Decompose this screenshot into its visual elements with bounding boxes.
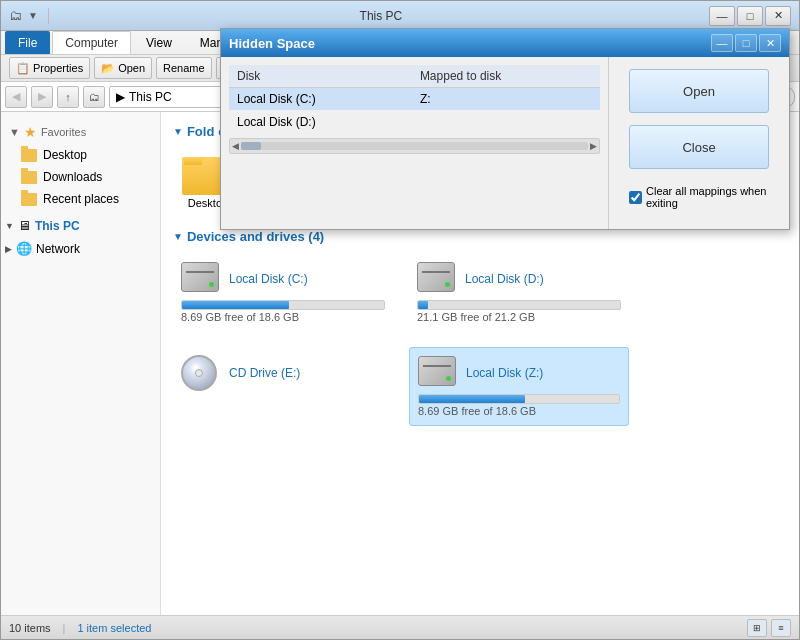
dialog-open-button[interactable]: Open (629, 69, 769, 113)
scroll-right-arrow: ▶ (590, 141, 597, 151)
mapped-cell-0: Z: (412, 88, 600, 111)
dialog-close-button[interactable]: ✕ (759, 34, 781, 52)
dialog-content: Disk Mapped to disk Local Disk (C:) Z: L… (221, 57, 789, 229)
scroll-left-arrow: ◀ (232, 141, 239, 151)
clear-mappings-label: Clear all mappings when exiting (646, 185, 769, 209)
dialog-maximize-button[interactable]: □ (735, 34, 757, 52)
dialog-title-text: Hidden Space (229, 36, 315, 51)
table-row-1[interactable]: Local Disk (D:) (229, 111, 600, 134)
scroll-track (241, 142, 588, 150)
dialog-win-controls: — □ ✕ (711, 34, 781, 52)
disk-cell-1: Local Disk (D:) (229, 111, 412, 134)
dialog-left: Disk Mapped to disk Local Disk (C:) Z: L… (221, 57, 609, 229)
disk-cell-0: Local Disk (C:) (229, 88, 412, 111)
col-disk: Disk (229, 65, 412, 88)
dialog-title-bar: Hidden Space — □ ✕ (221, 29, 789, 57)
hidden-space-dialog: Hidden Space — □ ✕ Disk Mapped to disk (220, 28, 790, 230)
dialog-overlay: Hidden Space — □ ✕ Disk Mapped to disk (0, 0, 800, 640)
table-row-0[interactable]: Local Disk (C:) Z: (229, 88, 600, 111)
dialog-right: Open Close Clear all mappings when exiti… (609, 57, 789, 229)
clear-mappings-checkbox[interactable] (629, 191, 642, 204)
dialog-minimize-button[interactable]: — (711, 34, 733, 52)
mapped-cell-1 (412, 111, 600, 134)
disk-mapping-table: Disk Mapped to disk Local Disk (C:) Z: L… (229, 65, 600, 134)
scroll-thumb (241, 142, 261, 150)
col-mapped: Mapped to disk (412, 65, 600, 88)
dialog-close-action-button[interactable]: Close (629, 125, 769, 169)
table-scrollbar[interactable]: ◀ ▶ (229, 138, 600, 154)
clear-mappings-row: Clear all mappings when exiting (621, 181, 777, 217)
